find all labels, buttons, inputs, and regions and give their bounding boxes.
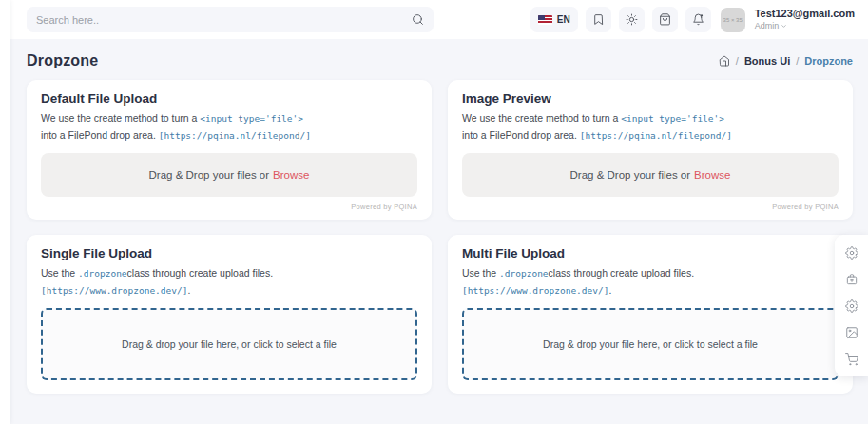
filepond-drop-area[interactable]: Drag & Drop your files or Browse [41,153,417,197]
customizer-theme-button[interactable] [845,299,858,313]
desc-text: . [608,284,611,296]
filepond-credits: Powered by PQINA [462,202,839,211]
user-menu[interactable]: Test123@gmail.com Admin [755,8,855,31]
breadcrumb-separator: / [796,55,799,67]
home-icon[interactable] [719,55,730,67]
avatar[interactable]: 35 × 35 [721,8,745,32]
gear-icon [845,246,858,260]
cart-header-button[interactable] [652,7,678,32]
card-single-file-upload: Single File Upload Use the .dropzoneclas… [27,235,432,395]
customizer-case-button[interactable] [845,272,858,286]
bookmark-icon [592,13,605,26]
desc-text: class through create upload files. [127,267,274,279]
customizer-panel [835,235,868,376]
content-grid: Default File Upload We use the create me… [10,80,868,394]
chevron-down-icon [781,23,787,29]
user-email: Test123@gmail.com [755,8,855,21]
card-description: Use the .dropzoneclass through create up… [462,265,839,299]
breadcrumb: / Bonus Ui / Dropzone [719,55,853,67]
cart-icon [845,353,858,366]
code-link[interactable]: [https://pqina.nl/filepond/] [159,130,311,141]
bell-icon [692,13,704,26]
code-snippet: <input type='file'> [200,113,303,124]
bookmark-button[interactable] [586,7,611,32]
browse-link[interactable]: Browse [273,169,309,181]
card-title: Multi File Upload [462,246,839,260]
search-box[interactable] [27,7,434,32]
language-selector[interactable]: EN [530,7,578,32]
case-plus-icon [845,273,858,286]
drop-label: Drag & Drop your files or [570,169,691,181]
language-label: EN [557,14,570,25]
card-title: Default File Upload [41,91,417,106]
browse-link[interactable]: Browse [694,169,730,181]
user-role: Admin [755,21,780,31]
breadcrumb-separator: / [736,55,739,67]
desc-text: . [187,284,190,296]
dropzone-drop-area[interactable]: Drag & drop your file here, or click to … [462,308,839,380]
desc-text: Use the [41,267,78,279]
filepond-credits: Powered by PQINA [41,202,417,211]
card-title: Single File Upload [41,246,417,260]
breadcrumb-item-dropzone: Dropzone [804,55,853,67]
desc-text: class through create upload files. [549,267,695,279]
search-icon[interactable] [412,13,424,26]
customizer-cart-button[interactable] [845,352,858,366]
customizer-image-button[interactable] [845,325,858,339]
header: EN 35 × 35 Test123@gmail.com Admin [10,0,868,39]
code-link[interactable]: [https://www.dropzone.dev/] [41,285,187,296]
card-description: We use the create method to turn a <inpu… [41,110,417,145]
card-default-file-upload: Default File Upload We use the create me… [27,80,432,220]
drop-label: Drag & drop your file here, or click to … [122,338,337,350]
code-snippet: .dropzone [78,268,126,279]
sun-icon [626,13,638,26]
shopping-bag-icon [659,13,671,26]
drop-label: Drag & drop your file here, or click to … [543,338,758,350]
card-image-preview: Image Preview We use the create method t… [448,80,853,220]
search-input[interactable] [36,14,412,26]
card-description: Use the .dropzoneclass through create up… [41,265,417,299]
theme-toggle-button[interactable] [619,7,645,32]
card-multi-file-upload: Multi File Upload Use the .dropzoneclass… [448,235,853,395]
image-icon [845,326,858,339]
code-link[interactable]: [https://www.dropzone.dev/] [462,285,608,296]
desc-text: We use the create method to turn a [41,112,200,124]
drop-label: Drag & Drop your files or [149,169,270,181]
card-title: Image Preview [462,91,839,106]
desc-text: into a FilePond drop area. [41,129,159,141]
gear-icon [845,299,858,313]
page-title: Dropzone [27,52,98,69]
breadcrumb-item-bonus-ui[interactable]: Bonus Ui [744,55,790,67]
card-description: We use the create method to turn a <inpu… [462,110,839,145]
desc-text: into a FilePond drop area. [462,129,580,141]
customizer-settings-button[interactable] [845,245,858,260]
code-link[interactable]: [https://pqina.nl/filepond/] [580,130,732,141]
sidebar-collapsed-strip [0,0,10,424]
notifications-button[interactable] [685,7,711,32]
desc-text: Use the [462,267,499,279]
dropzone-drop-area[interactable]: Drag & drop your file here, or click to … [41,308,417,380]
us-flag-icon [538,15,552,25]
code-snippet: .dropzone [499,268,548,279]
page-title-row: Dropzone / Bonus Ui / Dropzone [10,39,868,80]
code-snippet: <input type='file'> [621,113,724,124]
filepond-drop-area[interactable]: Drag & Drop your files or Browse [462,153,839,197]
desc-text: We use the create method to turn a [462,112,621,124]
